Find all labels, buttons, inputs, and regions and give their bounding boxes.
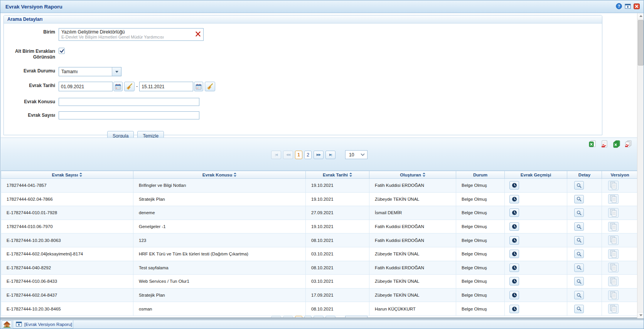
- detay-button[interactable]: [574, 195, 584, 203]
- alt-birim-checkbox[interactable]: [59, 48, 65, 54]
- cell-evrak-sayisi: E-17827444-602.04[eksayimetni]-8174: [1, 247, 133, 261]
- help-icon[interactable]: ?: [615, 3, 622, 9]
- versiyon-button[interactable]: [608, 290, 619, 300]
- cell-versiyon: [602, 192, 638, 206]
- alt-birim-label: Alt Birim Evrakları Görünsün: [4, 47, 59, 60]
- versiyon-button[interactable]: [608, 222, 619, 232]
- broom-icon[interactable]: [205, 82, 215, 91]
- calendar-icon[interactable]: [194, 82, 203, 91]
- evrak-gecmisi-button[interactable]: [509, 305, 519, 313]
- cell-evrak-sayisi: 17827444-010.06-7970: [1, 220, 133, 233]
- pager-first-icon[interactable]: |◀: [271, 151, 281, 159]
- versiyon-button[interactable]: [608, 235, 619, 245]
- export-all-excel-icon[interactable]: [612, 140, 620, 149]
- evrak-tarihi-end-input[interactable]: [139, 82, 193, 91]
- column-header-evrak_sayisi[interactable]: Evrak Sayısı: [1, 171, 133, 179]
- table-row: E-17827444-602.04[eksayimetni]-8174HRF E…: [1, 247, 638, 261]
- evrak-gecmisi-button[interactable]: [509, 291, 519, 299]
- cell-durum: Belge Olmuş: [456, 247, 505, 261]
- evrak-durumu-select[interactable]: Tamamı: [59, 67, 121, 76]
- rows-per-page-select[interactable]: 10: [345, 150, 368, 159]
- cell-versiyon: [602, 247, 638, 261]
- birim-clear-icon[interactable]: [195, 31, 201, 37]
- rows-per-page-value: 10: [346, 152, 361, 158]
- birim-field[interactable]: Yazılım Geliştirme Direktörlüğü E-Devlet…: [59, 28, 204, 41]
- app-window: Evrak Versiyon Raporu ? Arama Detayları …: [0, 0, 644, 329]
- cell-detay: [567, 247, 602, 261]
- cell-evrak-sayisi: E-17827444-010.01-7928: [1, 206, 133, 220]
- cell-detay: [567, 288, 602, 302]
- evrak-sayisi-input[interactable]: [59, 111, 199, 119]
- evrak-gecmisi-button[interactable]: [509, 208, 519, 217]
- column-header-label: Evrak Geçmişi: [521, 173, 551, 177]
- export-pdf-icon[interactable]: [600, 140, 609, 149]
- vertical-scrollbar[interactable]: [637, 13, 644, 318]
- cell-evrak-sayisi: E-17827444-10.20.30-8465: [1, 302, 133, 316]
- cell-detay: [567, 233, 602, 247]
- detay-button[interactable]: [574, 277, 584, 285]
- cell-olusturan: Harun KÜÇÜKKURT: [369, 302, 456, 316]
- versiyon-button[interactable]: [608, 208, 619, 218]
- table-row: E-17827444-602.04-8437Stratejik Plan17.0…: [1, 288, 638, 302]
- detay-button[interactable]: [574, 291, 584, 299]
- table-row: E-17827444-010.01-7928deneme27.09.2021İs…: [1, 206, 638, 220]
- broom-icon[interactable]: [124, 82, 135, 91]
- pager-last-icon[interactable]: ▶|: [325, 151, 335, 159]
- column-header-evrak_konusu[interactable]: Evrak Konusu: [133, 171, 306, 179]
- pager-page-2[interactable]: 2: [304, 151, 312, 159]
- versiyon-button[interactable]: [608, 263, 619, 272]
- pager-next-icon[interactable]: ▶▶: [314, 151, 324, 159]
- scroll-down-icon[interactable]: [637, 312, 644, 318]
- detay-button[interactable]: [574, 236, 584, 245]
- cell-evrak-konusu: Web Services / Tun Olur1: [133, 275, 306, 289]
- detay-button[interactable]: [574, 305, 584, 313]
- evrak-gecmisi-button[interactable]: [509, 181, 519, 190]
- detay-button[interactable]: [574, 181, 584, 190]
- export-all-pdf-icon[interactable]: [624, 140, 632, 149]
- versiyon-button[interactable]: [608, 194, 619, 204]
- taskbar-tab[interactable]: [Evrak Versiyon Raporu]: [13, 320, 73, 329]
- scrollbar-thumb[interactable]: [638, 20, 644, 65]
- results-panel: |◀◀◀12▶▶▶|10 Evrak SayısıEvrak KonusuEvr…: [1, 138, 638, 319]
- chevron-down-icon[interactable]: [112, 67, 121, 76]
- detay-button[interactable]: [574, 264, 584, 272]
- evrak-gecmisi-button[interactable]: [509, 250, 519, 258]
- window-icon[interactable]: [624, 3, 631, 9]
- versiyon-button[interactable]: [608, 249, 619, 259]
- home-icon[interactable]: [2, 321, 12, 328]
- pager-prev-icon[interactable]: ◀◀: [283, 151, 293, 159]
- cell-evrak-gecmisi: [505, 179, 567, 193]
- table-row: E-17827444-10.20.30-8465osman08.10.2021H…: [1, 302, 638, 316]
- column-header-olusturan[interactable]: Oluşturan: [369, 171, 456, 179]
- versiyon-button[interactable]: [608, 277, 619, 286]
- export-excel-icon[interactable]: [588, 140, 597, 149]
- scroll-up-icon[interactable]: [637, 13, 644, 19]
- cell-detay: [567, 179, 602, 193]
- column-header-label: Durum: [473, 173, 487, 177]
- cell-detay: [567, 261, 602, 275]
- evrak-gecmisi-button[interactable]: [509, 195, 519, 203]
- evrak-gecmisi-button[interactable]: [509, 264, 519, 272]
- evrak-gecmisi-button[interactable]: [509, 277, 519, 285]
- cell-evrak-gecmisi: [505, 302, 567, 316]
- detay-button[interactable]: [574, 208, 584, 217]
- cell-evrak-tarihi: 08.10.2021: [306, 233, 369, 247]
- pager-page-1[interactable]: 1: [295, 151, 302, 159]
- detay-button[interactable]: [574, 222, 584, 231]
- cell-detay: [567, 192, 602, 206]
- evrak-gecmisi-button[interactable]: [509, 236, 519, 245]
- evrak-gecmisi-button[interactable]: [509, 222, 519, 231]
- cell-evrak-sayisi: E-17827444-010.06-8433: [1, 275, 133, 289]
- cell-durum: Belge Olmuş: [456, 179, 505, 193]
- detay-button[interactable]: [574, 250, 584, 258]
- window-icon: [16, 321, 22, 327]
- calendar-icon[interactable]: [113, 82, 123, 91]
- cell-versiyon: [602, 206, 638, 220]
- close-icon[interactable]: [633, 3, 640, 9]
- evrak-tarihi-start-input[interactable]: [59, 82, 113, 91]
- cell-evrak-sayisi: E-17827444-602.04-8437: [1, 288, 133, 302]
- evrak-konusu-input[interactable]: [59, 98, 199, 106]
- versiyon-button[interactable]: [608, 181, 619, 190]
- column-header-evrak_tarihi[interactable]: Evrak Tarihi: [306, 171, 369, 179]
- versiyon-button[interactable]: [608, 304, 619, 314]
